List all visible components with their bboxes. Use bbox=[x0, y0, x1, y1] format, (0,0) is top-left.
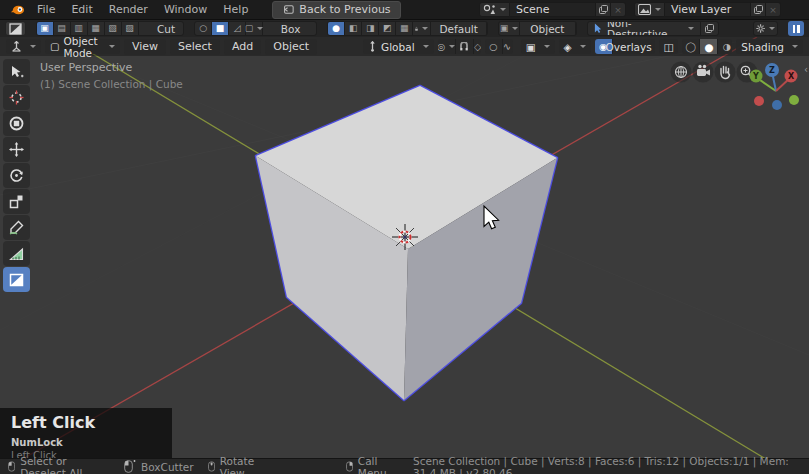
operation-mirror-button[interactable]: ▦ bbox=[396, 22, 413, 35]
shading-dropdown-button[interactable]: Shading bbox=[736, 39, 803, 54]
scale-icon bbox=[9, 194, 24, 209]
shape-custom-button[interactable]: ▢ bbox=[246, 22, 263, 35]
viewport-menu-add[interactable]: Add bbox=[224, 39, 261, 55]
gizmo-minus-y[interactable] bbox=[789, 95, 799, 105]
menu-edit[interactable]: Edit bbox=[63, 0, 100, 19]
pipeline-dropdown-button[interactable]: Non-Destructive bbox=[588, 22, 701, 35]
mode-knife-button[interactable]: ▧ bbox=[105, 22, 122, 35]
menu-render[interactable]: Render bbox=[101, 0, 156, 19]
tool-select-box-button[interactable] bbox=[3, 59, 30, 84]
mode-extract-button[interactable]: ▨ bbox=[122, 22, 139, 35]
tool-boxcutter-button[interactable] bbox=[3, 267, 30, 292]
mode-join-button[interactable]: ▦ bbox=[88, 22, 105, 35]
measure-icon bbox=[9, 246, 24, 261]
view-layer-new-button[interactable] bbox=[751, 2, 766, 17]
tool-settings-bar: ▣ ▤ ▥ ▦ ▧ ▨ Cut ○ ■ ◿ ▢ Box ● ◧ ◨ ◩ ▦ bbox=[0, 19, 809, 37]
view-layer-selector: View Layer × bbox=[634, 2, 781, 17]
move-view-button[interactable] bbox=[715, 62, 736, 83]
orientation-caret-icon bbox=[423, 45, 429, 48]
gizmos-icon: ◈ bbox=[564, 41, 572, 53]
menu-window[interactable]: Window bbox=[156, 0, 215, 19]
orthographic-toggle-button[interactable] bbox=[671, 62, 692, 83]
transform-orientation-dropdown[interactable]: Global bbox=[363, 39, 434, 54]
mouse-left-click-icon bbox=[8, 460, 15, 473]
overlays-group: ◉ Overlays bbox=[595, 39, 655, 54]
settings-gear-button[interactable] bbox=[754, 22, 777, 35]
screencast-current-key: Left Click bbox=[11, 413, 161, 432]
scene-new-button[interactable] bbox=[596, 2, 611, 17]
top-menu-bar: File Edit Render Window Help Back to Pre… bbox=[0, 0, 809, 19]
shading-material-button[interactable]: ◑ bbox=[718, 39, 732, 54]
shape-ngon-button[interactable]: ◿ bbox=[229, 22, 246, 35]
editor-type-button[interactable] bbox=[6, 39, 41, 54]
tool-extra-settings bbox=[753, 21, 778, 36]
operation-bevel-button[interactable]: ◩ bbox=[379, 22, 396, 35]
mode-selector-label: Object Mode bbox=[63, 37, 100, 59]
show-gizmos-button[interactable]: ◈ bbox=[559, 39, 591, 54]
tool-transform-button[interactable] bbox=[3, 111, 30, 136]
navigation-gizmo[interactable]: Y Z X bbox=[750, 63, 800, 110]
back-to-previous-button[interactable]: Back to Previous bbox=[272, 1, 400, 19]
view-layer-browse-button[interactable] bbox=[634, 2, 665, 17]
operation-solidify-button[interactable]: ◨ bbox=[362, 22, 379, 35]
3d-viewport[interactable]: Y Z X ‹ bbox=[0, 37, 809, 458]
overlays-dropdown-button[interactable]: Overlays bbox=[613, 39, 655, 54]
gizmo-minus-x[interactable] bbox=[754, 96, 764, 106]
editor-type-caret-icon bbox=[30, 45, 36, 48]
shape-circle-button[interactable]: ○ bbox=[195, 22, 212, 35]
menu-file[interactable]: File bbox=[29, 0, 63, 19]
tool-annotate-button[interactable] bbox=[3, 215, 30, 240]
view-layer-name-field[interactable]: View Layer bbox=[665, 2, 751, 17]
pause-button[interactable] bbox=[788, 21, 804, 36]
shading-label: Shading bbox=[741, 41, 784, 53]
pivot-point-button[interactable]: ◎ bbox=[438, 39, 456, 54]
operation-lock-button[interactable] bbox=[413, 22, 431, 35]
camera-view-button[interactable] bbox=[693, 62, 714, 83]
scene-browse-button[interactable] bbox=[479, 2, 510, 17]
snap-toggle-button[interactable] bbox=[456, 39, 474, 54]
scene-name-field[interactable]: Scene bbox=[510, 2, 596, 17]
shading-solid-button[interactable]: ● bbox=[700, 39, 718, 54]
operation-array-button[interactable]: ◧ bbox=[345, 22, 362, 35]
shape-value-label: Box bbox=[263, 22, 317, 35]
mouse-middle-click-icon bbox=[208, 460, 215, 473]
menu-help[interactable]: Help bbox=[215, 0, 256, 19]
operation-default-button[interactable]: ● bbox=[328, 22, 345, 35]
view-layer-remove-button[interactable]: × bbox=[766, 2, 781, 17]
object-types-caret-icon bbox=[544, 45, 550, 48]
shape-box-button[interactable]: ■ bbox=[212, 22, 229, 35]
scene-unlink-button[interactable]: × bbox=[611, 2, 626, 17]
tool-move-button[interactable] bbox=[3, 137, 30, 162]
viewport-header: ▢ Object Mode View Select Add Object Glo… bbox=[0, 37, 809, 56]
pipeline-copy-button[interactable] bbox=[701, 22, 718, 35]
operation-value-label: Default bbox=[431, 22, 487, 35]
settings-caret-icon bbox=[769, 27, 775, 30]
xray-toggle-button[interactable]: ◫ bbox=[659, 39, 679, 54]
mode-slice-button[interactable]: ▤ bbox=[54, 22, 71, 35]
shading-wireframe-button[interactable]: ◯ bbox=[682, 39, 700, 54]
duplicate-icon bbox=[754, 5, 763, 14]
gear-icon bbox=[756, 23, 765, 34]
active-tool-button[interactable] bbox=[5, 21, 26, 36]
object-types-visibility-button[interactable]: ▣ bbox=[521, 39, 555, 54]
snap-target-button[interactable]: ◇ bbox=[474, 39, 481, 54]
viewport-toolbar bbox=[3, 59, 30, 292]
sidebar-toggle[interactable]: ‹ bbox=[804, 64, 808, 75]
behavior-dropdown-button[interactable]: ▣ bbox=[499, 22, 520, 35]
viewport-menu-select[interactable]: Select bbox=[170, 39, 220, 55]
mode-cut-button[interactable]: ▣ bbox=[37, 22, 54, 35]
mode-selector-caret-icon bbox=[109, 45, 115, 48]
tool-rotate-button[interactable] bbox=[3, 163, 30, 188]
tool-cursor-button[interactable] bbox=[3, 85, 30, 110]
mode-selector[interactable]: ▢ Object Mode bbox=[45, 39, 120, 54]
xray-icon: ◫ bbox=[664, 41, 674, 53]
viewport-menu-object[interactable]: Object bbox=[265, 39, 317, 55]
tool-scale-button[interactable] bbox=[3, 189, 30, 214]
proportional-falloff-button[interactable]: ∿ bbox=[503, 39, 513, 54]
gizmo-minus-z[interactable] bbox=[772, 100, 782, 110]
mode-inset-button[interactable]: ▥ bbox=[71, 22, 88, 35]
boxcutter-shape-group: ○ ■ ◿ ▢ Box bbox=[194, 21, 317, 36]
viewport-menu-view[interactable]: View bbox=[124, 39, 166, 55]
proportional-editing-button[interactable]: ○ bbox=[485, 39, 503, 54]
tool-measure-button[interactable] bbox=[3, 241, 30, 266]
